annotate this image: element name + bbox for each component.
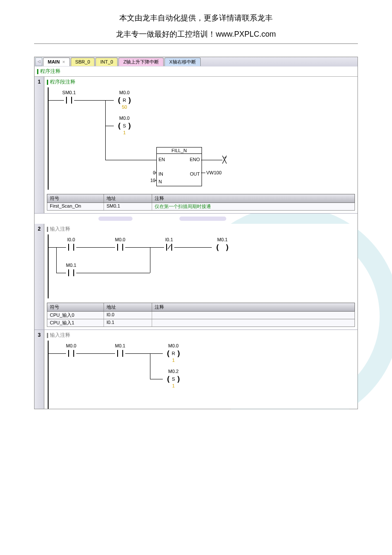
- program-comment-text: 程序注释: [40, 68, 61, 74]
- tab-z-axis-interrupt[interactable]: Z轴上升下降中断: [118, 58, 164, 66]
- divider: [34, 43, 358, 44]
- network-1-symbol-table: 符号 地址 注释 First_Scan_On SM0.1 仅在第一个扫描周期时接…: [47, 194, 355, 211]
- col-symbol: 符号: [47, 303, 104, 311]
- function-block-fill-n[interactable]: FILL_N EN ENO IN OUT N: [156, 147, 202, 186]
- col-symbol: 符号: [47, 194, 104, 202]
- col-comment: 注释: [152, 303, 355, 311]
- coil-reset-m0.0-n3[interactable]: M0.0 (R) 1: [163, 350, 184, 357]
- tab-int0[interactable]: INT_0: [95, 58, 118, 66]
- contact-nc-i0.1[interactable]: I0.1 /: [161, 244, 178, 251]
- network-3-number: 3: [35, 330, 44, 409]
- network-1-title[interactable]: 程序段注释: [44, 77, 357, 87]
- coil-set-m0.2-n3[interactable]: M0.2 (S) 1: [163, 376, 184, 382]
- contact-m0.0-n3[interactable]: M0.0: [63, 350, 80, 357]
- doc-header-1: 本文由龙丰自动化提供，更多详情请联系龙丰: [0, 0, 392, 26]
- plc-editor: ◁ MAIN × SBR_0 INT_0 Z轴上升下降中断 X轴右移中断 程序注…: [34, 57, 358, 409]
- network-1[interactable]: 1 程序段注释 SM0.1 M0.0 (R) 50: [35, 77, 357, 214]
- doc-header-2: 龙丰专一做最好的工控培训！www.PXPLC.com: [0, 26, 392, 43]
- contact-m0.0[interactable]: M0.0: [112, 244, 129, 251]
- network-2-symbol-table: 符号 地址 注释 CPU_输入0 I0.0 CPU_输入1 I0.1: [47, 303, 355, 327]
- contact-m0.1-n3[interactable]: M0.1: [112, 350, 129, 357]
- network-2-ladder[interactable]: I0.0 M0.0 I0.1 / M0.1 ( ): [48, 234, 357, 298]
- network-1-ladder[interactable]: SM0.1 M0.0 (R) 50 M0.0 (S) 1: [48, 87, 357, 190]
- table-row: CPU_输入0 I0.0: [47, 312, 355, 319]
- tab-sbr0[interactable]: SBR_0: [71, 58, 95, 66]
- table-row: CPU_输入1 I0.1: [47, 319, 355, 327]
- tab-main-label: MAIN: [48, 59, 60, 64]
- fill-n-out-value: VW100: [206, 170, 222, 175]
- network-2-number: 2: [35, 224, 44, 330]
- coil-m0.1[interactable]: M0.1 ( ): [212, 244, 233, 251]
- section-divider: [35, 214, 357, 224]
- coil-reset-m0.0[interactable]: M0.0 (R) 50: [114, 97, 135, 104]
- contact-i0.0[interactable]: I0.0: [63, 244, 80, 251]
- network-3-title[interactable]: 输入注释: [44, 330, 357, 341]
- tab-scroll-left[interactable]: ◁: [35, 58, 42, 66]
- col-comment: 注释: [152, 194, 355, 202]
- network-2[interactable]: 2 输入注释 I0.0 M0.0 I0.1 /: [35, 224, 357, 330]
- network-3-ladder[interactable]: M0.0 M0.1 M0.0 (R) 1: [48, 341, 357, 409]
- tab-main[interactable]: MAIN ×: [43, 58, 70, 66]
- tab-close-icon[interactable]: ×: [62, 59, 65, 64]
- contact-parallel-m0.1[interactable]: M0.1: [63, 269, 80, 276]
- contact-sm0.1[interactable]: SM0.1: [61, 97, 78, 104]
- network-2-title[interactable]: 输入注释: [44, 224, 357, 234]
- program-comment[interactable]: 程序注释: [35, 66, 357, 77]
- arrow-icon: →: [223, 152, 227, 162]
- network-3[interactable]: 3 输入注释 M0.0 M0.1 M0.: [35, 330, 357, 409]
- tab-bar: ◁ MAIN × SBR_0 INT_0 Z轴上升下降中断 X轴右移中断: [35, 57, 357, 66]
- col-address: 地址: [104, 303, 152, 311]
- network-1-number: 1: [35, 77, 44, 213]
- tab-x-axis-interrupt[interactable]: X轴右移中断: [164, 58, 200, 66]
- comment-mark-icon: [37, 69, 38, 74]
- coil-set-m0.0[interactable]: M0.0 (S) 1: [114, 122, 135, 129]
- col-address: 地址: [104, 194, 152, 202]
- table-row: First_Scan_On SM0.1 仅在第一个扫描周期时接通: [47, 203, 355, 211]
